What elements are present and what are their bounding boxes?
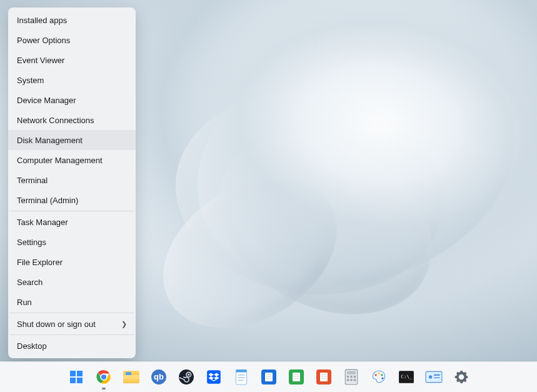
running-indicator: [102, 388, 106, 389]
writer-icon: [261, 369, 276, 384]
menu-item-terminal[interactable]: Terminal: [8, 170, 136, 190]
paint-icon: [371, 369, 387, 385]
gear-icon: [453, 369, 469, 385]
menu-item-settings[interactable]: Settings: [8, 232, 136, 252]
menu-item-event-viewer[interactable]: Event Viewer: [8, 50, 136, 70]
svg-rect-19: [346, 371, 355, 374]
notepad-icon: [234, 369, 249, 385]
svg-rect-2: [70, 378, 76, 383]
menu-label: Power Options: [17, 36, 70, 45]
svg-point-33: [428, 375, 431, 378]
calculator-icon: [344, 369, 358, 385]
chevron-right-icon: ❯: [121, 320, 127, 328]
taskbar-file-explorer[interactable]: [123, 368, 140, 386]
svg-rect-20: [346, 376, 348, 378]
menu-label: Run: [17, 298, 32, 307]
menu-item-computer-management[interactable]: Computer Management: [8, 150, 136, 170]
svg-rect-3: [77, 378, 83, 383]
menu-separator: [9, 211, 134, 211]
taskbar-libreoffice-writer[interactable]: [260, 368, 278, 386]
control-panel-icon: [425, 370, 443, 384]
menu-item-network-connections[interactable]: Network Connections: [8, 110, 136, 130]
svg-rect-24: [350, 379, 352, 381]
taskbar-control-panel[interactable]: [425, 368, 443, 386]
qbittorrent-icon: qb: [151, 369, 167, 385]
taskbar-terminal[interactable]: C:\_: [398, 368, 415, 386]
menu-item-task-manager[interactable]: Task Manager: [8, 212, 136, 232]
menu-label: Search: [17, 278, 43, 287]
svg-rect-34: [434, 374, 440, 376]
impress-icon: [316, 369, 331, 384]
svg-rect-14: [236, 369, 246, 372]
taskbar-libreoffice-impress[interactable]: [315, 368, 333, 386]
menu-label: Device Manager: [17, 96, 76, 105]
windows-logo-icon: [69, 369, 84, 384]
svg-rect-1: [77, 371, 83, 376]
menu-label: Installed apps: [17, 16, 67, 25]
svg-text:C:\_: C:\_: [401, 374, 413, 379]
taskbar-calculator[interactable]: [343, 368, 360, 386]
steam-icon: [178, 369, 194, 385]
calc-icon: [289, 369, 304, 384]
taskbar-notepad[interactable]: [233, 368, 250, 386]
folder-icon: [123, 371, 139, 383]
menu-item-file-explorer[interactable]: File Explorer: [8, 252, 136, 272]
svg-rect-21: [350, 376, 352, 378]
taskbar-paint[interactable]: [370, 368, 388, 386]
chrome-icon: [96, 369, 112, 385]
taskbar-dropbox[interactable]: [205, 368, 223, 386]
menu-separator: [9, 313, 134, 313]
menu-label: Terminal (Admin): [17, 196, 78, 205]
menu-item-installed-apps[interactable]: Installed apps: [8, 10, 136, 30]
start-button[interactable]: [68, 368, 85, 386]
svg-rect-35: [434, 377, 440, 378]
svg-rect-22: [353, 376, 355, 378]
menu-item-device-manager[interactable]: Device Manager: [8, 90, 136, 110]
taskbar-libreoffice-calc[interactable]: [288, 368, 305, 386]
svg-rect-25: [353, 379, 355, 381]
menu-label: Task Manager: [17, 218, 68, 227]
taskbar-icons: qb: [68, 368, 470, 386]
svg-point-11: [188, 374, 189, 376]
svg-point-26: [374, 374, 376, 376]
menu-label: System: [17, 76, 44, 85]
taskbar: qb: [0, 361, 537, 392]
menu-item-shutdown-signout[interactable]: Shut down or sign out ❯: [8, 314, 136, 334]
taskbar-steam[interactable]: [178, 368, 195, 386]
terminal-icon: C:\_: [398, 370, 414, 384]
menu-label: Shut down or sign out: [17, 319, 96, 329]
menu-item-run[interactable]: Run: [8, 292, 136, 312]
menu-item-power-options[interactable]: Power Options: [8, 30, 136, 50]
menu-item-system[interactable]: System: [8, 70, 136, 90]
menu-label: Computer Management: [17, 156, 103, 165]
winx-context-menu: Installed apps Power Options Event Viewe…: [8, 8, 136, 358]
svg-text:qb: qb: [154, 372, 164, 381]
menu-label: Event Viewer: [17, 56, 64, 65]
menu-label: Settings: [17, 238, 46, 247]
svg-point-27: [378, 372, 379, 374]
menu-label: File Explorer: [17, 258, 63, 267]
menu-item-disk-management[interactable]: Disk Management: [8, 130, 136, 150]
taskbar-qbittorrent[interactable]: qb: [150, 368, 168, 386]
menu-label: Disk Management: [17, 136, 83, 145]
svg-rect-23: [346, 379, 348, 381]
taskbar-settings[interactable]: [453, 368, 470, 386]
svg-rect-12: [207, 370, 221, 384]
menu-item-search[interactable]: Search: [8, 272, 136, 292]
menu-separator: [9, 334, 134, 335]
menu-item-desktop[interactable]: Desktop: [8, 336, 136, 356]
menu-label: Desktop: [17, 341, 47, 351]
dropbox-icon: [206, 369, 222, 385]
svg-point-29: [381, 378, 383, 379]
menu-label: Network Connections: [17, 116, 94, 125]
svg-point-28: [381, 374, 383, 376]
menu-item-terminal-admin[interactable]: Terminal (Admin): [8, 190, 136, 210]
menu-label: Terminal: [17, 176, 48, 185]
svg-rect-0: [70, 371, 76, 376]
taskbar-chrome[interactable]: [95, 368, 113, 386]
